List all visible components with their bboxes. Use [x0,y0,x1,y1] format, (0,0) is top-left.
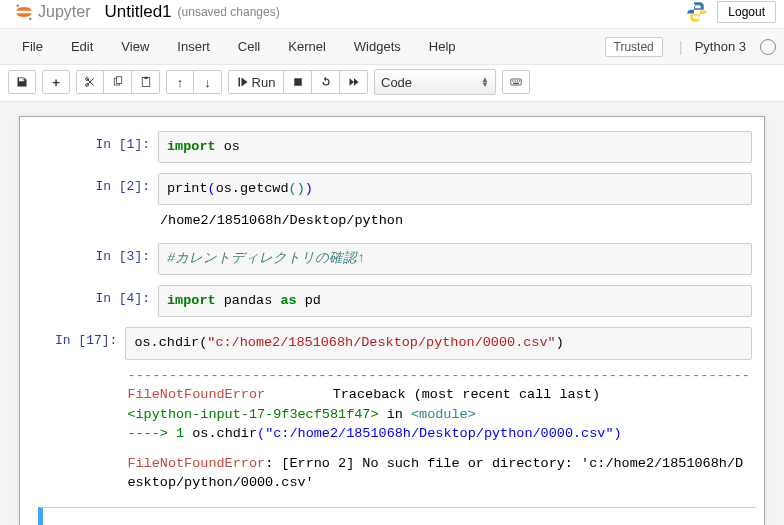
logout-button[interactable]: Logout [717,1,776,23]
move-down-button[interactable]: ↓ [194,70,222,94]
menu-insert[interactable]: Insert [163,33,224,60]
restart-icon [320,76,332,88]
code-input[interactable]: import pandas as pd [158,285,752,317]
paste-button[interactable] [132,70,160,94]
svg-rect-12 [294,78,302,86]
header: Jupyter Untitled1 (unsaved changes) Logo… [0,0,784,29]
menu-cell[interactable]: Cell [224,33,274,60]
menu-kernel[interactable]: Kernel [274,33,340,60]
code-cell[interactable]: In [3]: #カレントディレクトリの確認↑ [20,241,764,277]
notebook-title[interactable]: Untitled1 [104,2,171,22]
svg-rect-21 [513,83,519,84]
kernel-idle-icon [760,39,776,55]
svg-point-2 [694,4,696,6]
cut-button[interactable] [76,70,104,94]
svg-rect-16 [511,79,522,85]
paste-icon [140,76,152,88]
code-input[interactable]: import os [158,131,752,163]
code-cell[interactable]: In [4]: import pandas as pd [20,283,764,319]
traceback-line: ----> 1 os.chdir("c:/home2/1851068h/Desk… [127,424,750,444]
traceback-line: <ipython-input-17-9f3ecf581f47> in <modu… [127,405,750,425]
interrupt-button[interactable] [284,70,312,94]
empty-cell[interactable] [38,507,756,525]
add-cell-button[interactable]: + [42,70,70,94]
code-input[interactable]: os.chdir("c:/home2/1851068h/Desktop/pyth… [125,327,752,359]
svg-marker-14 [349,78,354,86]
run-label: Run [252,75,276,90]
arrow-up-icon: ↑ [177,75,184,90]
svg-rect-20 [519,81,520,82]
move-up-button[interactable]: ↑ [166,70,194,94]
svg-marker-11 [241,78,247,87]
run-button[interactable]: Run [228,70,284,94]
error-type: FileNotFoundError [127,385,265,405]
svg-rect-10 [238,78,240,87]
svg-rect-7 [116,77,121,84]
copy-icon [112,76,124,88]
restart-run-all-button[interactable] [340,70,368,94]
notebook-container-outer: In [1]: import os In [2]: print(os.getcw… [0,102,784,525]
svg-rect-19 [517,81,518,82]
svg-marker-15 [354,78,359,86]
svg-point-1 [29,17,32,20]
code-input[interactable]: print(os.getcwd()) [158,173,752,205]
python-logo-icon [685,0,709,24]
in-prompt: In [1]: [20,131,158,163]
save-status: (unsaved changes) [178,5,280,19]
output-text: /home2/1851068h/Desktop/python [158,205,752,233]
code-cell[interactable]: In [17]: os.chdir("c:/home2/1851068h/Des… [20,325,764,497]
error-output: ----------------------------------------… [125,360,752,495]
menu-edit[interactable]: Edit [57,33,107,60]
in-prompt: In [17]: [20,327,125,495]
celltype-select[interactable]: Code ▲▼ [374,69,496,95]
keyboard-icon [510,76,522,88]
save-button[interactable] [8,70,36,94]
copy-button[interactable] [104,70,132,94]
run-icon [237,76,249,88]
menu-view[interactable]: View [107,33,163,60]
scissors-icon [84,76,96,88]
notebook-container: In [1]: import os In [2]: print(os.getcw… [19,116,765,525]
in-prompt: In [3]: [20,243,158,275]
in-prompt: In [4]: [20,285,158,317]
menu-file[interactable]: File [8,33,57,60]
error-dash: ----------------------------------------… [127,366,750,386]
toolbar: + ↑ ↓ Run Code ▲▼ [0,65,784,102]
arrow-down-icon: ↓ [204,75,211,90]
logo-text: Jupyter [38,3,90,21]
celltype-value: Code [381,75,412,90]
svg-rect-18 [515,81,516,82]
svg-point-0 [17,5,20,8]
restart-button[interactable] [312,70,340,94]
code-input[interactable]: #カレントディレクトリの確認↑ [158,243,752,275]
traceback-label: Traceback (most recent call last) [333,385,750,405]
stop-icon [292,76,304,88]
svg-marker-13 [323,77,325,82]
plus-icon: + [52,75,60,90]
code-cell[interactable]: In [2]: print(os.getcwd()) /home2/185106… [20,171,764,235]
menu-help[interactable]: Help [415,33,470,60]
command-palette-button[interactable] [502,70,530,94]
in-prompt: In [2]: [20,173,158,233]
fast-forward-icon [348,76,360,88]
svg-point-3 [699,18,701,20]
menubar: File Edit View Insert Cell Kernel Widget… [0,29,784,65]
kernel-name[interactable]: Python 3 [695,39,746,54]
code-cell[interactable]: In [1]: import os [20,129,764,165]
kernel-separator: | [679,38,683,55]
svg-rect-17 [512,81,513,82]
svg-rect-9 [144,77,147,79]
menu-widgets[interactable]: Widgets [340,33,415,60]
error-message: FileNotFoundError: [Errno 2] No such fil… [127,454,750,493]
chevron-updown-icon: ▲▼ [481,77,489,87]
trusted-badge[interactable]: Trusted [605,37,663,57]
jupyter-logo-icon [14,2,34,22]
